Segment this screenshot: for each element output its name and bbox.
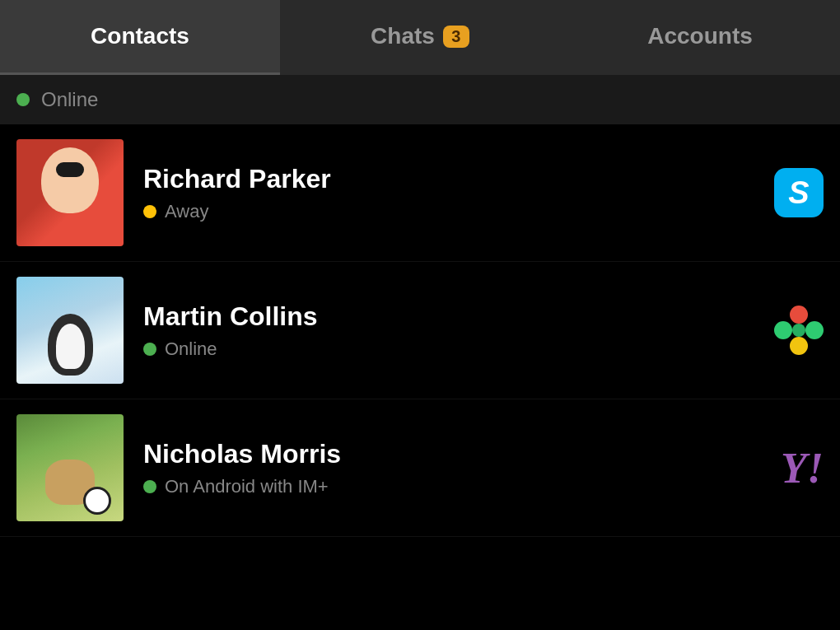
contact-name: Martin Collins xyxy=(143,301,824,332)
petal-green-left xyxy=(774,321,792,339)
tab-contacts[interactable]: Contacts xyxy=(0,0,280,75)
contact-info: Nicholas Morris On Android with IM+ xyxy=(143,439,824,497)
skype-letter: S xyxy=(788,175,809,211)
online-bar: Online xyxy=(0,75,840,124)
online-status-dot xyxy=(16,93,30,106)
icq-service-icon xyxy=(774,306,824,355)
contact-status: On Android with IM+ xyxy=(143,476,824,497)
status-dot-online xyxy=(143,343,156,356)
status-dot-away xyxy=(143,205,156,218)
list-item[interactable]: Martin Collins Online xyxy=(0,262,840,399)
avatar xyxy=(16,414,124,521)
contact-list: Richard Parker Away S Martin Collins Onl… xyxy=(0,124,840,537)
yahoo-service-icon: Y! xyxy=(781,444,824,492)
contact-info: Richard Parker Away xyxy=(143,164,824,222)
tab-chats[interactable]: Chats 3 xyxy=(280,0,560,75)
petal-green-right xyxy=(805,321,824,339)
petal-yellow xyxy=(790,337,808,355)
tab-accounts[interactable]: Accounts xyxy=(560,0,840,75)
tab-bar: Contacts Chats 3 Accounts xyxy=(0,0,840,75)
list-item[interactable]: Nicholas Morris On Android with IM+ Y! xyxy=(0,399,840,537)
contact-status: Away xyxy=(143,201,824,222)
online-label: Online xyxy=(41,88,98,111)
contact-name: Nicholas Morris xyxy=(143,439,824,469)
icq-center xyxy=(792,324,805,337)
status-text: On Android with IM+ xyxy=(165,476,329,497)
avatar xyxy=(16,277,124,384)
chats-badge: 3 xyxy=(443,26,469,48)
status-dot-online xyxy=(143,480,156,493)
tab-chats-label: Chats xyxy=(371,23,435,49)
contact-name: Richard Parker xyxy=(143,164,824,194)
list-item[interactable]: Richard Parker Away S xyxy=(0,124,840,262)
tab-contacts-label: Contacts xyxy=(91,23,189,49)
yahoo-label: Y! xyxy=(781,445,824,492)
status-text: Online xyxy=(165,338,217,360)
petal-red xyxy=(790,306,808,324)
skype-service-icon: S xyxy=(774,168,824,217)
contact-status: Online xyxy=(143,338,824,360)
avatar xyxy=(16,139,124,246)
tab-accounts-label: Accounts xyxy=(647,23,753,49)
contact-info: Martin Collins Online xyxy=(143,301,824,360)
status-text: Away xyxy=(165,201,208,222)
